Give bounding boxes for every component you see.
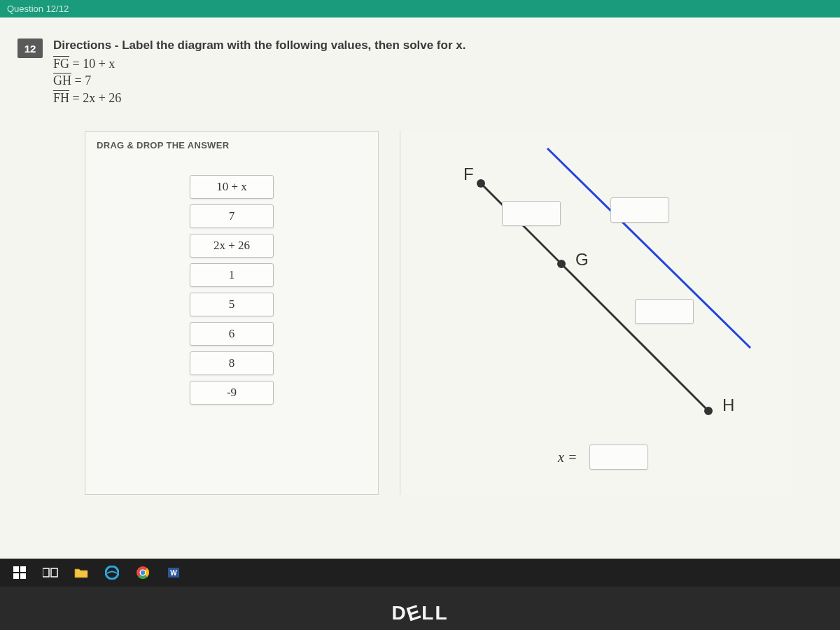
topbar: Question 12/12: [0, 0, 840, 18]
drag-drop-title: DRAG & DROP THE ANSWER: [97, 140, 367, 150]
directions-text: Directions - Label the diagram with the …: [53, 38, 833, 52]
drag-drop-panel: DRAG & DROP THE ANSWER 10 + x 7 2x + 26 …: [85, 131, 379, 495]
dropzone-x[interactable]: [589, 444, 648, 470]
panel-row: DRAG & DROP THE ANSWER 10 + x 7 2x + 26 …: [53, 131, 833, 495]
question-body: Directions - Label the diagram with the …: [53, 38, 833, 495]
chip[interactable]: 5: [190, 293, 274, 316]
word-icon[interactable]: W: [161, 562, 186, 583]
given-line-2: GH = 7: [53, 72, 833, 89]
content: 12 Directions - Label the diagram with t…: [0, 18, 840, 516]
diagram-panel: F G H x =: [400, 131, 792, 495]
given-values: FG = 10 + x GH = 7 FH = 2x + 26: [53, 55, 833, 106]
question-counter: Question 12/12: [7, 4, 69, 14]
diagram-svg: [400, 131, 792, 495]
svg-point-16: [141, 570, 145, 575]
edge-icon[interactable]: [99, 562, 125, 583]
chip[interactable]: -9: [190, 381, 274, 405]
chips-container: 10 + x 7 2x + 26 1 5 6 8 -9: [97, 175, 367, 405]
dropzone-gh[interactable]: [635, 299, 694, 324]
svg-rect-10: [51, 568, 57, 577]
point-label-h: H: [722, 396, 734, 415]
given-line-3: FH = 2x + 26: [53, 90, 833, 106]
svg-text:W: W: [170, 569, 177, 577]
svg-point-4: [704, 407, 713, 415]
svg-rect-5: [13, 566, 19, 572]
start-icon[interactable]: [7, 562, 32, 583]
svg-point-2: [477, 179, 485, 188]
task-view-icon[interactable]: [38, 562, 63, 583]
file-explorer-icon[interactable]: [69, 562, 94, 583]
chip[interactable]: 7: [190, 204, 274, 228]
chip[interactable]: 8: [190, 351, 274, 375]
svg-rect-8: [20, 573, 26, 579]
svg-rect-7: [13, 573, 19, 579]
chip[interactable]: 2x + 26: [190, 234, 274, 258]
chrome-icon[interactable]: [130, 562, 155, 583]
chip[interactable]: 10 + x: [190, 175, 274, 199]
svg-point-3: [557, 260, 566, 268]
point-label-g: G: [575, 250, 589, 270]
svg-rect-9: [43, 568, 49, 577]
given-line-1: FG = 10 + x: [53, 55, 833, 72]
chip[interactable]: 1: [190, 263, 274, 287]
svg-rect-6: [20, 566, 26, 572]
point-label-f: F: [463, 164, 474, 184]
question-number-badge: 12: [18, 38, 43, 58]
dropzone-fg[interactable]: [502, 201, 561, 226]
chip[interactable]: 6: [190, 322, 274, 346]
dell-logo: DELL: [391, 602, 448, 624]
windows-taskbar[interactable]: W: [0, 559, 840, 587]
app-screen: Question 12/12 12 Directions - Label the…: [0, 0, 840, 567]
x-equals-label: x =: [558, 449, 577, 465]
dropzone-blue[interactable]: [610, 197, 669, 223]
